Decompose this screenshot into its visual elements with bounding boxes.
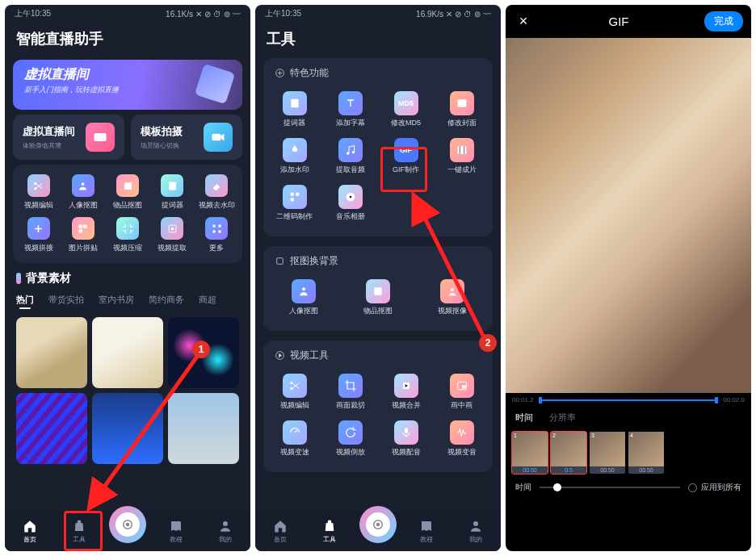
section-title: 视频工具: [267, 349, 489, 369]
duration-slider[interactable]: [540, 487, 680, 488]
add-watermark-button[interactable]: 添加水印: [267, 133, 322, 180]
editor-header: × GIF 完成: [506, 5, 751, 38]
nav-home[interactable]: 首页: [261, 519, 300, 544]
nav-home[interactable]: 首页: [10, 519, 49, 544]
tab-realshot[interactable]: 带货实拍: [48, 294, 84, 309]
image-collage-button[interactable]: 图片拼贴: [61, 217, 105, 253]
extract-icon: [161, 217, 183, 240]
voice-change-button[interactable]: 视频变音: [434, 416, 489, 462]
tab-hot[interactable]: 热门: [16, 294, 34, 309]
svg-point-32: [349, 196, 351, 199]
image-icon: [450, 91, 474, 115]
editor-bottom-bar: 时间 应用到所有: [506, 477, 751, 498]
dnd-icon: ⊘: [455, 10, 461, 19]
timeline-track[interactable]: [539, 399, 719, 401]
video-dub-button[interactable]: 视频配音: [378, 416, 434, 462]
apply-all-toggle[interactable]: 应用到所有: [688, 482, 741, 493]
book-icon: [419, 519, 434, 533]
frame-thumb[interactable]: 20.5: [551, 432, 586, 474]
svg-point-36: [451, 288, 454, 291]
video-merge-button[interactable]: 视频合并: [378, 369, 434, 416]
grid-icon: [205, 217, 228, 240]
teleprompter-button[interactable]: 提词器: [150, 174, 195, 211]
video-extract-button[interactable]: 视频提取: [150, 217, 195, 253]
nav-camera[interactable]: [359, 506, 397, 543]
nav-tutorial[interactable]: 教程: [407, 519, 446, 544]
nav-tools[interactable]: 工具: [60, 519, 99, 544]
signal-icon: 〰: [483, 10, 491, 19]
video-compress-button[interactable]: 视频压缩: [105, 217, 149, 253]
bg-thumb[interactable]: [168, 393, 239, 464]
qrcode-button[interactable]: 二维码制作: [267, 180, 322, 227]
person-icon: [72, 174, 94, 197]
svg-rect-27: [457, 146, 466, 153]
video-edit-button[interactable]: 视频编辑: [267, 369, 322, 416]
svg-rect-7: [124, 182, 132, 190]
gif-maker-button[interactable]: GIFGIF制作: [378, 133, 434, 180]
nav-profile[interactable]: 我的: [456, 519, 495, 544]
svg-rect-30: [290, 198, 293, 201]
bg-thumb[interactable]: [16, 393, 87, 464]
svg-point-45: [376, 523, 380, 527]
md5-icon: MD5: [394, 91, 418, 115]
frame-thumb[interactable]: 400.50: [628, 432, 664, 474]
video-speed-button[interactable]: 视频变速: [267, 416, 322, 462]
svg-rect-15: [218, 224, 220, 227]
one-click-video-button[interactable]: 一键成片: [434, 133, 489, 180]
note-icon: [283, 91, 307, 115]
time-label: 时间: [515, 482, 531, 493]
tab-resolution[interactable]: 分辨率: [549, 412, 576, 424]
close-button[interactable]: ×: [514, 13, 533, 30]
nav-tutorial[interactable]: 教程: [157, 519, 195, 544]
nav-tools[interactable]: 工具: [310, 519, 349, 544]
add-subtitle-button[interactable]: 添加字幕: [322, 86, 378, 133]
preview-image: [506, 38, 751, 393]
svg-rect-24: [457, 99, 466, 107]
template-shoot-card[interactable]: 模板拍摄 场景随心切换: [131, 115, 242, 160]
frame-thumb[interactable]: 100.50: [512, 432, 548, 474]
video-reverse-button[interactable]: 视频倒放: [322, 416, 378, 462]
tab-business[interactable]: 简约商务: [149, 294, 184, 309]
video-person-icon: [440, 279, 464, 303]
gif-icon: GIF: [394, 138, 418, 162]
time-end: 00:02.0: [723, 396, 745, 403]
pip-button[interactable]: 画中画: [434, 369, 489, 416]
wave-icon: [450, 420, 474, 445]
modify-md5-button[interactable]: MD5修改MD5: [378, 86, 434, 133]
extract-audio-button[interactable]: 提取音频: [322, 133, 378, 180]
bg-thumb[interactable]: [16, 317, 87, 388]
portrait-cutout-button[interactable]: 人像抠图: [267, 274, 341, 321]
remove-watermark-button[interactable]: 视频去水印: [195, 174, 239, 211]
music-album-button[interactable]: 音乐相册: [322, 180, 378, 227]
bg-thumb[interactable]: [92, 317, 163, 388]
nav-profile[interactable]: 我的: [206, 519, 245, 544]
modify-cover-button[interactable]: 修改封面: [434, 86, 489, 133]
bg-thumb[interactable]: [92, 393, 163, 464]
object-cutout-button[interactable]: 物品抠图: [105, 174, 149, 211]
tab-time[interactable]: 时间: [515, 412, 533, 424]
home-icon: [273, 519, 288, 533]
timeline[interactable]: 00:01.2 00:02.0: [506, 393, 751, 407]
frame-thumb[interactable]: 300.50: [590, 432, 625, 474]
portrait-cutout-button[interactable]: 人像抠图: [61, 174, 105, 211]
video-edit-button[interactable]: 视频编辑: [16, 174, 61, 211]
tab-mall[interactable]: 商超: [199, 294, 216, 309]
dnd-icon: ⊘: [204, 10, 211, 19]
svg-rect-16: [212, 230, 215, 232]
wifi-icon: ⊚: [474, 10, 481, 19]
object-cutout-button[interactable]: 物品抠图: [341, 274, 415, 321]
done-button[interactable]: 完成: [704, 11, 743, 31]
video-splice-button[interactable]: 视频拼接: [16, 217, 61, 253]
time-start: 00:01.2: [512, 396, 534, 403]
virtual-room-card[interactable]: 虚拟直播间 体验身临其境: [13, 115, 124, 160]
teleprompter-button[interactable]: 提词器: [267, 86, 322, 133]
virtual-room-banner[interactable]: 虚拟直播间 新手入门指南，玩转虚拟直播: [13, 60, 242, 110]
step-badge-2: 2: [479, 334, 497, 352]
nav-camera[interactable]: [109, 506, 146, 543]
video-cutout-button[interactable]: 视频抠像: [415, 274, 489, 321]
more-button[interactable]: 更多: [195, 217, 239, 253]
mic-icon: [394, 420, 418, 445]
svg-rect-43: [405, 428, 408, 433]
crop-button[interactable]: 画面裁切: [322, 369, 378, 416]
tab-study[interactable]: 室内书房: [99, 294, 134, 309]
